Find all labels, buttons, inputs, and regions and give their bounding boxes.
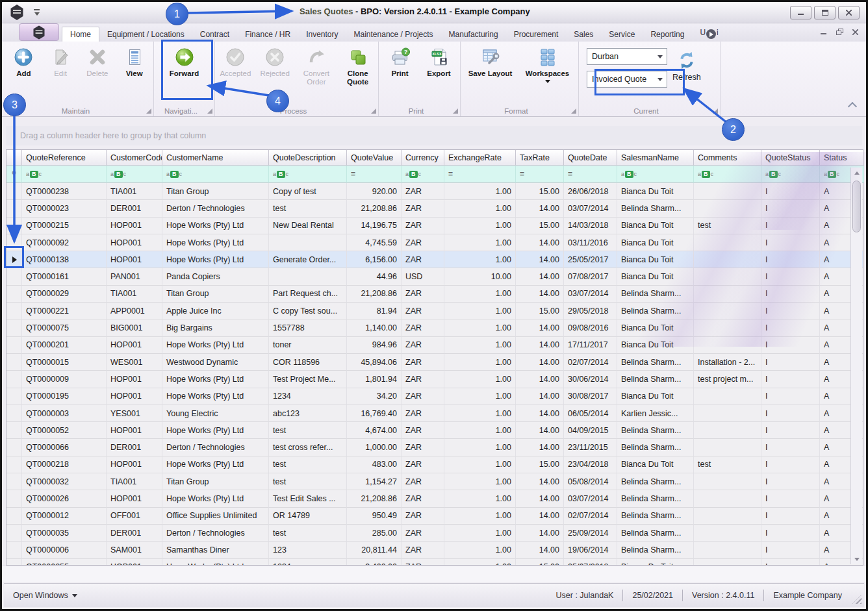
grid-cell-QuoteDescription[interactable]: 1234 bbox=[269, 388, 347, 405]
row-indicator-cell[interactable] bbox=[6, 405, 22, 422]
grid-cell-CustomerCode[interactable]: DER001 bbox=[107, 439, 162, 456]
grid-cell-Currency[interactable]: ZAR bbox=[402, 218, 444, 234]
table-row[interactable]: QT0000161PAN001Panda Copiers44.96USD10.0… bbox=[6, 268, 863, 285]
grid-cell-CustomerName[interactable]: Samanthas Diner bbox=[162, 542, 269, 558]
row-indicator-cell[interactable] bbox=[6, 456, 22, 473]
row-indicator-cell[interactable] bbox=[6, 388, 22, 405]
table-row[interactable]: QT0000201HOP001Hope Works (Pty) Ltdtoner… bbox=[6, 337, 863, 354]
grid-cell-TaxRate[interactable]: 14.00 bbox=[516, 525, 564, 542]
grid-cell-Currency[interactable]: ZAR bbox=[402, 371, 444, 388]
grid-cell-QuoteDescription[interactable] bbox=[269, 268, 347, 285]
grid-cell-Comments[interactable] bbox=[694, 319, 761, 336]
filter-cell-TaxRate[interactable]: = bbox=[516, 166, 564, 183]
application-button[interactable] bbox=[19, 23, 59, 41]
column-header-QuoteStatus[interactable]: QuoteStatus bbox=[761, 150, 820, 166]
grid-cell-QuoteReference[interactable]: QT0000035 bbox=[22, 525, 107, 542]
grid-cell-QuoteStatus[interactable]: I bbox=[761, 525, 820, 542]
grid-cell-QuoteReference[interactable]: QT0000006 bbox=[22, 542, 107, 558]
export-button[interactable]: XLSX Export bbox=[420, 44, 458, 99]
grid-cell-CustomerCode[interactable]: YES001 bbox=[107, 405, 162, 422]
grid-cell-SalesmanName[interactable]: Bianca Du Toit bbox=[617, 337, 694, 354]
grid-cell-ExchangeRate[interactable]: 1.00 bbox=[444, 286, 516, 303]
column-header-Status[interactable]: Status bbox=[820, 150, 864, 166]
row-indicator-cell[interactable] bbox=[6, 200, 22, 217]
grid-cell-TaxRate[interactable]: 14.00 bbox=[516, 405, 564, 422]
row-indicator-cell[interactable] bbox=[6, 234, 22, 251]
grid-cell-QuoteStatus[interactable]: I bbox=[761, 405, 820, 422]
chevron-down-icon[interactable] bbox=[654, 73, 665, 86]
grid-cell-QuoteStatus[interactable]: I bbox=[761, 542, 820, 558]
tab-maintenance-projects[interactable]: Maintenance / Projects bbox=[346, 27, 441, 42]
filter-cell-CustomerCode[interactable]: aBc bbox=[107, 166, 162, 183]
grid-cell-SalesmanName[interactable]: Karlien Jessic... bbox=[617, 405, 694, 422]
grid-cell-TaxRate[interactable]: 15.00 bbox=[516, 218, 564, 234]
grid-cell-Comments[interactable] bbox=[694, 422, 761, 439]
grid-cell-QuoteReference[interactable]: QT0000092 bbox=[22, 234, 107, 251]
grid-cell-SalesmanName[interactable]: Belinda Sharm... bbox=[617, 439, 694, 456]
grid-cell-CustomerName[interactable]: Titan Group bbox=[162, 286, 269, 303]
grid-cell-QuoteStatus[interactable]: I bbox=[761, 303, 820, 319]
grid-cell-CustomerName[interactable]: Hope Works (Pty) Ltd bbox=[162, 559, 269, 565]
dialog-launcher-icon[interactable] bbox=[713, 109, 718, 114]
filter-cell-Currency[interactable]: aBc bbox=[402, 166, 444, 183]
grid-cell-SalesmanName[interactable]: Bianca Du Toit bbox=[617, 388, 694, 405]
grid-cell-QuoteStatus[interactable]: I bbox=[761, 456, 820, 473]
grid-cell-QuoteStatus[interactable]: I bbox=[761, 319, 820, 336]
grid-cell-ExchangeRate[interactable]: 1.00 bbox=[444, 525, 516, 542]
grid-cell-QuoteDate[interactable]: 17/11/2017 bbox=[564, 337, 617, 354]
grid-cell-QuoteDescription[interactable]: OR 14789 bbox=[269, 508, 347, 525]
grid-cell-QuoteDate[interactable]: 02/07/2014 bbox=[564, 508, 617, 525]
grid-cell-Currency[interactable]: USD bbox=[402, 268, 444, 285]
filter-cell-QuoteDate[interactable]: = bbox=[564, 166, 617, 183]
table-row[interactable]: QT0000032TIA001Titan Grouptest1,154.27ZA… bbox=[6, 473, 863, 490]
grid-cell-Comments[interactable] bbox=[694, 268, 761, 285]
bpo-app-icon[interactable] bbox=[10, 5, 24, 20]
grid-cell-SalesmanName[interactable]: Belinda Sharm... bbox=[617, 542, 694, 558]
grid-cell-QuoteValue[interactable]: 1,154.27 bbox=[347, 473, 402, 490]
grid-cell-QuoteValue[interactable]: 21,208.86 bbox=[347, 286, 402, 303]
grid-cell-SalesmanName[interactable]: Bianca Du Toit bbox=[617, 456, 694, 473]
grid-cell-CustomerCode[interactable]: DER001 bbox=[107, 525, 162, 542]
grid-cell-SalesmanName[interactable]: Belinda Sharm... bbox=[617, 354, 694, 371]
grid-cell-SalesmanName[interactable]: Belinda Sharm... bbox=[617, 473, 694, 490]
grid-cell-QuoteValue[interactable]: 950.49 bbox=[347, 508, 402, 525]
grid-cell-Comments[interactable] bbox=[694, 251, 761, 268]
row-indicator-cell[interactable] bbox=[6, 422, 22, 439]
grid-cell-TaxRate[interactable]: 14.00 bbox=[516, 388, 564, 405]
grid-cell-QuoteDate[interactable]: 25/09/2014 bbox=[564, 525, 617, 542]
grid-cell-CustomerCode[interactable]: PAN001 bbox=[107, 268, 162, 285]
grid-cell-QuoteDate[interactable]: 23/11/2015 bbox=[564, 439, 617, 456]
grid-cell-Comments[interactable] bbox=[694, 525, 761, 542]
grid-cell-QuoteDescription[interactable]: Part Request ch... bbox=[269, 286, 347, 303]
grid-cell-QuoteValue[interactable]: 45,894.06 bbox=[347, 354, 402, 371]
grid-cell-Currency[interactable]: ZAR bbox=[402, 405, 444, 422]
table-row[interactable]: QT0000238TIA001Titan GroupCopy of test92… bbox=[6, 183, 863, 200]
grid-cell-SalesmanName[interactable]: Belinda Sharm... bbox=[617, 200, 694, 217]
grid-cell-ExchangeRate[interactable]: 1.00 bbox=[444, 183, 516, 200]
grid-cell-Comments[interactable] bbox=[694, 508, 761, 525]
ribbon-restore-button[interactable] bbox=[836, 29, 843, 35]
convert-order-button[interactable]: Convert Order bbox=[296, 44, 338, 99]
tab-sales[interactable]: Sales bbox=[566, 27, 601, 42]
grid-cell-Currency[interactable]: ZAR bbox=[402, 559, 444, 565]
column-header-SalesmanName[interactable]: SalesmanName bbox=[617, 150, 694, 166]
grid-cell-QuoteValue[interactable]: 14,196.75 bbox=[347, 218, 402, 234]
view-button[interactable]: View bbox=[116, 44, 152, 99]
accepted-button[interactable]: Accepted bbox=[216, 44, 255, 99]
grid-cell-QuoteStatus[interactable]: I bbox=[761, 439, 820, 456]
dialog-launcher-icon[interactable] bbox=[208, 109, 212, 114]
grid-cell-Currency[interactable]: ZAR bbox=[402, 183, 444, 200]
grid-cell-QuoteStatus[interactable]: I bbox=[761, 234, 820, 251]
grid-cell-TaxRate[interactable]: 14.00 bbox=[516, 251, 564, 268]
grid-cell-Currency[interactable]: ZAR bbox=[402, 439, 444, 456]
table-row[interactable]: QT0000138HOP001Hope Works (Pty) LtdGener… bbox=[6, 251, 863, 268]
grid-cell-QuoteDate[interactable]: 03/07/2014 bbox=[564, 286, 617, 303]
grid-cell-CustomerName[interactable]: Apple Juice Inc bbox=[162, 303, 269, 319]
grid-cell-Comments[interactable] bbox=[694, 303, 761, 319]
dialog-launcher-icon[interactable] bbox=[372, 109, 376, 114]
save-layout-button[interactable]: Save Layout bbox=[463, 44, 518, 99]
grid-cell-QuoteDescription[interactable]: Generate Order... bbox=[269, 251, 347, 268]
grid-cell-CustomerName[interactable]: Big Bargains bbox=[162, 319, 269, 336]
grid-cell-TaxRate[interactable]: 14.00 bbox=[516, 319, 564, 336]
forward-button[interactable]: Forward bbox=[162, 44, 207, 99]
